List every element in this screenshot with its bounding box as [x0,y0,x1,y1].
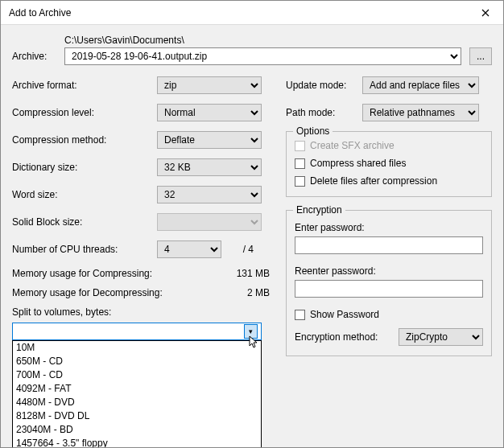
dialog-content: Archive: C:\Users\Gavin\Documents\ 2019-… [1,25,503,447]
memory-decompress-label: Memory usage for Decompressing: [12,287,163,298]
archive-filename-combo[interactable]: 2019-05-28 19-06-41.output.zip [64,47,461,65]
window-title: Add to Archive [9,7,467,18]
encryption-legend: Encryption [293,204,345,216]
compression-level-select[interactable]: Normal [157,104,262,121]
dictionary-size-label: Dictionary size: [12,162,157,173]
split-option[interactable]: 8128M - DVD DL [13,409,261,423]
show-password-label: Show Password [310,309,379,320]
show-password-checkbox[interactable] [295,310,305,320]
dictionary-size-select[interactable]: 32 KB [157,158,262,176]
browse-label: ... [477,51,485,62]
update-mode-label: Update mode: [286,80,362,91]
memory-compress-label: Memory usage for Compressing: [12,268,152,279]
options-group: Options Create SFX archive Compress shar… [286,131,492,197]
compress-shared-label: Compress shared files [310,158,406,169]
split-option[interactable]: 4480M - DVD [13,396,261,409]
titlebar: Add to Archive [1,1,503,25]
word-size-select[interactable]: 32 [157,186,262,203]
compress-shared-checkbox[interactable] [295,158,305,169]
archive-format-label: Archive format: [12,80,157,91]
browse-button[interactable]: ... [469,47,492,65]
archive-path-text: C:\Users\Gavin\Documents\ [64,35,461,46]
split-volumes-combo[interactable]: ▾ [12,323,262,340]
split-volumes-dropdown[interactable]: 10M 650M - CD 700M - CD 4092M - FAT 4480… [12,340,262,448]
solid-block-size-label: Solid Block size: [12,216,157,228]
enter-password-label: Enter password: [295,222,483,233]
delete-after-label: Delete files after compression [310,175,437,187]
solid-block-size-select [157,213,262,231]
split-option[interactable]: 1457664 - 3.5" floppy [13,437,261,448]
memory-decompress-value: 2 MB [247,287,270,298]
cpu-threads-select[interactable]: 4 [157,240,221,258]
create-sfx-checkbox [295,141,305,151]
reenter-password-label: Reenter password: [295,265,483,277]
compression-level-label: Compression level: [12,107,157,118]
reenter-password-input[interactable] [295,280,483,298]
right-column: Update mode: Add and replace files Path … [286,76,492,356]
word-size-label: Word size: [12,189,157,200]
encryption-method-label: Encryption method: [295,331,389,343]
path-mode-select[interactable]: Relative pathnames [362,104,479,121]
options-legend: Options [293,125,333,137]
delete-after-checkbox[interactable] [295,176,305,187]
update-mode-select[interactable]: Add and replace files [362,76,479,94]
archive-row: Archive: C:\Users\Gavin\Documents\ 2019-… [12,35,492,65]
path-mode-label: Path mode: [286,107,362,118]
chevron-down-icon[interactable]: ▾ [244,324,258,339]
archive-format-select[interactable]: zip [157,76,262,94]
split-volumes-label: Split to volumes, bytes: [12,306,270,318]
encryption-group: Encryption Enter password: Reenter passw… [286,210,492,356]
memory-compress-value: 131 MB [237,268,270,279]
close-button[interactable] [467,1,503,25]
split-option[interactable]: 23040M - BD [13,423,261,437]
left-column: Archive format: zip Compression level: N… [12,76,270,356]
split-option[interactable]: 4092M - FAT [13,382,261,396]
split-option[interactable]: 650M - CD [13,355,261,368]
encryption-method-select[interactable]: ZipCrypto [399,328,483,346]
enter-password-input[interactable] [295,236,483,254]
cpu-threads-max: / 4 [221,244,254,255]
split-option[interactable]: 700M - CD [13,368,261,382]
compression-method-label: Compression method: [12,134,157,146]
split-option[interactable]: 10M [13,341,261,355]
compression-method-select[interactable]: Deflate [157,131,262,149]
archive-label: Archive: [12,51,56,65]
cpu-threads-label: Number of CPU threads: [12,244,157,255]
create-sfx-label: Create SFX archive [310,140,395,151]
